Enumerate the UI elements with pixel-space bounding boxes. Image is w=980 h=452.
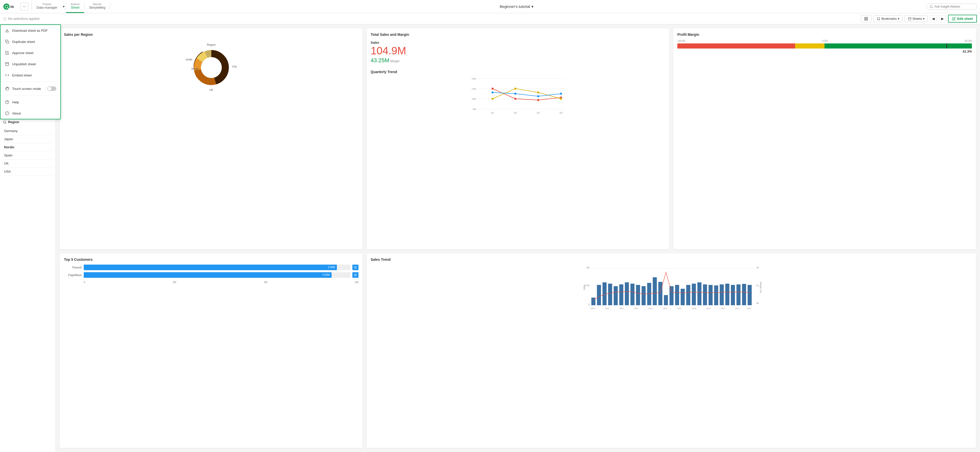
sheets-button[interactable]: Sheets ▾ xyxy=(905,16,928,22)
touch-screen-menu-item[interactable]: Touch screen mode xyxy=(0,83,56,94)
bar-val-paracel: 5.69M xyxy=(328,266,336,269)
svg-text:Q4: Q4 xyxy=(559,112,562,114)
bar-row-paracel: Paracel 5.69M xyxy=(64,265,358,270)
sales-trend-chart: 5M 2.5M 0 Sales 46 41 36 Margin (%) xyxy=(371,265,972,315)
svg-rect-110 xyxy=(742,284,746,305)
bar-fill-paracel: 5.69M xyxy=(84,265,337,270)
svg-rect-108 xyxy=(731,285,735,305)
svg-rect-102 xyxy=(697,283,702,305)
region-filter-panel: Region Germany Japan Nordic Spain UK USA xyxy=(0,117,56,452)
about-menu-item[interactable]: About xyxy=(0,108,56,119)
svg-rect-95 xyxy=(658,282,662,305)
sales-kpi-label: Sales xyxy=(371,41,665,45)
profit-margin-card: Profit Margin -50.0% 0.0% 50.0% 41.3% xyxy=(673,29,976,249)
svg-rect-99 xyxy=(681,289,685,305)
svg-text:2012...: 2012... xyxy=(634,308,639,309)
approve-icon xyxy=(5,50,10,55)
unpublish-sheet-menu-item[interactable]: Unpublish sheet xyxy=(0,58,56,70)
svg-text:UK: UK xyxy=(209,88,213,91)
svg-rect-106 xyxy=(720,284,724,305)
profit-margin-title: Profit Margin xyxy=(677,32,972,37)
unpublish-icon xyxy=(5,61,10,67)
lock-icon xyxy=(3,17,6,21)
pencil-icon xyxy=(952,17,956,21)
sales-per-region-card: Sales per Region xyxy=(60,29,363,249)
svg-rect-85 xyxy=(603,283,606,305)
insight-advisor-input[interactable] xyxy=(935,5,970,8)
sales-trend-card: Sales Trend 5M 2.5M 0 Sales 46 41 36 Mar… xyxy=(367,254,976,448)
prev-sheet-button[interactable]: ◀ xyxy=(930,15,937,22)
svg-point-60 xyxy=(537,91,539,93)
margin-kpi-value: 43.25M xyxy=(371,57,389,64)
svg-rect-93 xyxy=(647,283,651,305)
margin-gradient-bar xyxy=(677,43,972,48)
top-navigation: lik ··· Prepare Data manager ▾ Analyze S… xyxy=(0,0,980,13)
svg-rect-87 xyxy=(614,286,618,305)
region-item-usa[interactable]: USA xyxy=(3,168,52,176)
svg-text:2014...: 2014... xyxy=(747,308,752,309)
analyze-nav-item[interactable]: Analyze Sheet xyxy=(66,0,84,13)
svg-rect-103 xyxy=(703,284,707,305)
qlik-logo[interactable]: lik xyxy=(3,3,18,10)
quarterly-trend-chart: 14M 12M 10M 8M Q1 Q2 Q3 Q4 xyxy=(371,76,665,117)
info-icon xyxy=(5,111,10,116)
svg-line-25 xyxy=(6,123,6,123)
bar-icon-pagewave xyxy=(352,272,358,278)
bar-row-pagewave: PageWave 5.63M xyxy=(64,272,358,278)
region-item-nordic[interactable]: Nordic xyxy=(3,143,52,151)
region-item-spain[interactable]: Spain xyxy=(3,151,52,160)
quarterly-trend-title: Quarterly Trend xyxy=(371,70,665,74)
main-toolbar: No selections applied Bookmarks ▾ Sheets… xyxy=(0,13,980,24)
grid-view-button[interactable] xyxy=(861,15,872,22)
download-pdf-menu-item[interactable]: Download sheet as PDF xyxy=(0,25,56,36)
svg-rect-89 xyxy=(625,283,629,305)
svg-rect-96 xyxy=(664,295,668,305)
bar-label-paracel: Paracel xyxy=(64,266,82,269)
dashboard-content: Sales per Region xyxy=(56,24,980,452)
sidebar: App overview Download sheet as PDF xyxy=(0,24,56,452)
svg-text:26.9%: 26.9% xyxy=(207,70,215,73)
logo-area: lik ··· xyxy=(0,0,32,13)
duplicate-sheet-menu-item[interactable]: Duplicate sheet xyxy=(0,36,56,47)
duplicate-icon xyxy=(5,39,10,44)
narrate-nav-item[interactable]: Narrate Storytelling xyxy=(84,0,110,13)
svg-rect-84 xyxy=(597,285,601,305)
svg-rect-100 xyxy=(686,285,690,305)
svg-rect-88 xyxy=(619,284,623,305)
region-item-japan[interactable]: Japan xyxy=(3,135,52,143)
svg-line-5 xyxy=(932,7,933,8)
bookmarks-button[interactable]: Bookmarks ▾ xyxy=(873,16,902,22)
svg-rect-83 xyxy=(591,298,595,305)
svg-text:46: 46 xyxy=(756,267,759,269)
download-icon xyxy=(5,28,10,33)
top5-title: Top 5 Customers xyxy=(64,257,358,262)
svg-rect-17 xyxy=(6,62,9,65)
prepare-dropdown[interactable]: ▾ xyxy=(62,0,66,13)
svg-text:Q1: Q1 xyxy=(491,112,494,114)
sales-trend-title: Sales Trend xyxy=(371,257,972,262)
svg-text:41: 41 xyxy=(756,284,759,287)
margin-pct-value: 41.3% xyxy=(677,50,972,53)
svg-point-4 xyxy=(930,5,932,7)
svg-text:2013...: 2013... xyxy=(663,308,668,309)
more-options-button[interactable]: ··· xyxy=(20,3,29,11)
region-item-germany[interactable]: Germany xyxy=(3,127,52,135)
search-icon xyxy=(929,5,933,8)
next-sheet-button[interactable]: ▶ xyxy=(939,15,946,22)
svg-point-55 xyxy=(514,98,517,100)
donut-chart-svg: Region Nordic Japan UK USA 9.9% 11.3% 26… xyxy=(186,42,237,93)
insight-advisor-search[interactable] xyxy=(926,3,977,10)
region-item-uk[interactable]: UK xyxy=(3,160,52,168)
toolbar-left: No selections applied xyxy=(3,17,859,21)
top5-customers-card: Top 5 Customers Paracel 5.69M xyxy=(60,254,363,448)
embed-sheet-menu-item[interactable]: Embed sheet xyxy=(0,70,56,81)
svg-rect-92 xyxy=(641,286,646,305)
help-menu-item[interactable]: Help xyxy=(0,96,56,108)
touch-screen-toggle[interactable] xyxy=(47,86,56,91)
approve-sheet-menu-item[interactable]: Approve sheet xyxy=(0,47,56,58)
edit-sheet-button[interactable]: Edit sheet xyxy=(948,15,977,22)
svg-rect-109 xyxy=(737,284,741,305)
bar-val-pagewave: 5.63M xyxy=(323,273,331,276)
app-title-button[interactable]: Beginner's tutorial ▾ xyxy=(500,4,534,9)
prepare-nav-item[interactable]: Prepare Data manager xyxy=(32,0,62,13)
